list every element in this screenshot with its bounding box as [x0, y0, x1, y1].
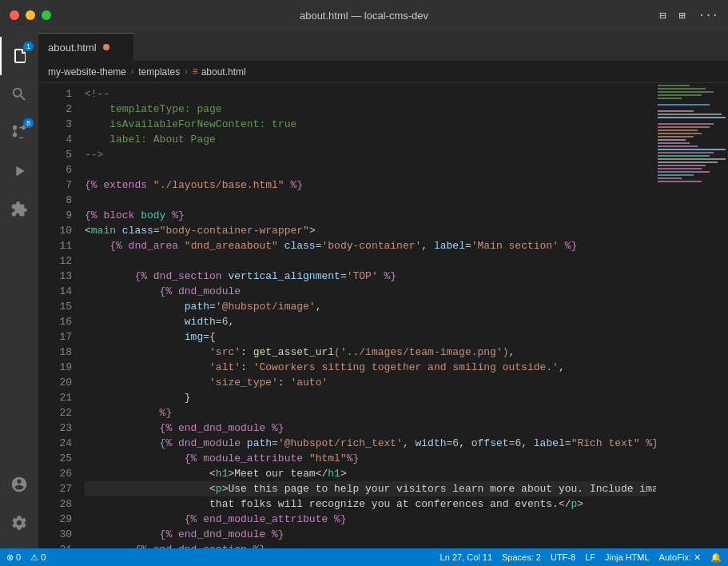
code-line-9: {% block body %} — [85, 208, 648, 223]
more-actions-icon[interactable]: ··· — [698, 9, 718, 22]
code-line-27: <p>Use this page to help your visitors l… — [85, 481, 648, 496]
code-line-12 — [85, 253, 648, 269]
indentation[interactable]: Spaces: 2 — [502, 552, 541, 562]
svg-rect-21 — [658, 161, 718, 163]
notifications-icon[interactable]: 🔔 — [710, 552, 722, 563]
svg-rect-16 — [658, 145, 698, 147]
svg-rect-2 — [658, 91, 714, 93]
svg-rect-22 — [658, 165, 706, 166]
search-icon[interactable] — [0, 75, 38, 114]
error-count[interactable]: ⊗ 0 — [6, 552, 21, 563]
code-line-17: img={ — [85, 329, 648, 345]
extensions-icon[interactable] — [0, 190, 38, 229]
breadcrumb-filename: about.html — [201, 66, 246, 78]
minimap[interactable] — [656, 83, 728, 548]
breadcrumb-file[interactable]: ≡ about.html — [192, 66, 245, 78]
code-editor: 1234567891011121314151617181920212223242… — [38, 83, 728, 548]
breadcrumb-project[interactable]: my-website-theme — [48, 66, 126, 78]
minimize-button[interactable] — [26, 10, 35, 20]
code-line-8 — [85, 193, 648, 208]
code-line-22: %} — [85, 405, 648, 421]
settings-icon[interactable] — [0, 504, 38, 542]
code-line-6 — [85, 162, 648, 177]
svg-rect-7 — [658, 114, 722, 115]
warning-count[interactable]: ⚠ 0 — [30, 552, 46, 563]
code-line-15: path='@hubspot/image', — [85, 299, 648, 314]
source-control-badge: 8 — [23, 118, 34, 128]
svg-rect-14 — [658, 139, 686, 141]
status-bar: ⊗ 0 ⚠ 0 Ln 27, Col 11 Spaces: 2 UTF-8 LF… — [0, 548, 728, 566]
autofix[interactable]: AutoFix: ✕ — [659, 552, 701, 563]
line-numbers: 1234567891011121314151617181920212223242… — [38, 83, 78, 548]
accounts-icon[interactable] — [0, 465, 38, 504]
svg-rect-9 — [658, 123, 714, 125]
breadcrumb-folder[interactable]: templates — [138, 66, 180, 78]
code-line-29: {% end_module_attribute %} — [85, 512, 648, 527]
encoding[interactable]: UTF-8 — [551, 552, 575, 562]
svg-rect-4 — [658, 98, 682, 99]
title-bar-actions: ⊟ ⊞ ··· — [659, 9, 718, 22]
code-line-30: {% end_dnd_module %} — [85, 527, 648, 542]
svg-rect-15 — [658, 142, 690, 144]
svg-rect-6 — [658, 110, 694, 112]
svg-rect-12 — [658, 133, 702, 134]
code-line-23: {% end_dnd_module %} — [85, 421, 648, 436]
code-line-13: {% dnd_section vertical_alignment='TOP' … — [85, 269, 648, 284]
activity-bar: 1 8 — [0, 30, 38, 548]
files-icon[interactable]: 1 — [0, 37, 38, 75]
editor-area: about.html my-website-theme › templates … — [38, 30, 728, 548]
traffic-lights — [10, 10, 51, 20]
code-line-1: <!-- — [85, 86, 648, 102]
code-line-31: {% end_dnd_section %} — [85, 542, 648, 548]
code-line-25: {% module_attribute "html"%} — [85, 451, 648, 466]
main-layout: 1 8 — [0, 30, 728, 548]
code-line-10: <main class="body-container-wrapper"> — [85, 223, 648, 238]
svg-rect-5 — [658, 104, 710, 106]
svg-rect-27 — [658, 181, 702, 182]
close-button[interactable] — [10, 10, 19, 20]
tab-modified-indicator — [103, 44, 109, 50]
title-bar: about.html — local-cms-dev ⊟ ⊞ ··· — [0, 0, 728, 30]
maximize-button[interactable] — [42, 10, 51, 20]
tab-name: about.html — [48, 42, 97, 54]
status-left: ⊗ 0 ⚠ 0 — [6, 552, 46, 563]
code-line-24: {% dnd_module path='@hubspot/rich_text',… — [85, 436, 648, 451]
status-right: Ln 27, Col 11 Spaces: 2 UTF-8 LF Jinja H… — [440, 552, 722, 563]
svg-rect-11 — [658, 130, 698, 131]
files-badge: 1 — [23, 42, 34, 51]
split-editor-icon[interactable]: ⊟ — [659, 9, 666, 22]
language-mode[interactable]: Jinja HTML — [605, 552, 650, 562]
source-control-icon[interactable]: 8 — [0, 114, 38, 152]
svg-rect-20 — [658, 158, 726, 160]
code-line-26: <h1>Meet our team</h1> — [85, 466, 648, 481]
code-line-11: {% dnd_area "dnd_areaabout" class='body-… — [85, 238, 648, 253]
code-line-4: label: About Page — [85, 132, 648, 147]
svg-rect-18 — [658, 152, 714, 153]
line-ending[interactable]: LF — [585, 552, 595, 562]
code-line-3: isAvailableForNewContent: true — [85, 117, 648, 132]
file-icon: ≡ — [192, 66, 197, 78]
svg-rect-24 — [658, 171, 710, 173]
code-line-18: 'src': get_asset_url('../images/team-ima… — [85, 345, 648, 360]
code-content[interactable]: <!-- templateType: page isAvailableForNe… — [78, 83, 728, 548]
breadcrumb: my-website-theme › templates › ≡ about.h… — [38, 61, 728, 83]
svg-rect-0 — [658, 85, 690, 86]
code-line-5: --> — [85, 147, 648, 162]
svg-rect-10 — [658, 126, 710, 128]
svg-rect-3 — [658, 94, 702, 96]
tab-about-html[interactable]: about.html — [38, 33, 134, 61]
layout-icon[interactable]: ⊞ — [678, 9, 685, 22]
breadcrumb-sep-1: › — [129, 66, 135, 78]
svg-rect-17 — [658, 149, 726, 150]
svg-rect-1 — [658, 88, 706, 90]
code-line-20: 'size_type': 'auto' — [85, 375, 648, 390]
svg-rect-25 — [658, 174, 694, 176]
window-title: about.html — local-cms-dev — [300, 10, 428, 22]
code-line-21: } — [85, 390, 648, 405]
svg-rect-26 — [658, 177, 682, 179]
code-line-14: {% dnd_module — [85, 284, 648, 299]
svg-rect-23 — [658, 168, 702, 169]
svg-rect-8 — [658, 117, 726, 118]
run-debug-icon[interactable] — [0, 152, 38, 190]
cursor-position[interactable]: Ln 27, Col 11 — [440, 552, 492, 562]
